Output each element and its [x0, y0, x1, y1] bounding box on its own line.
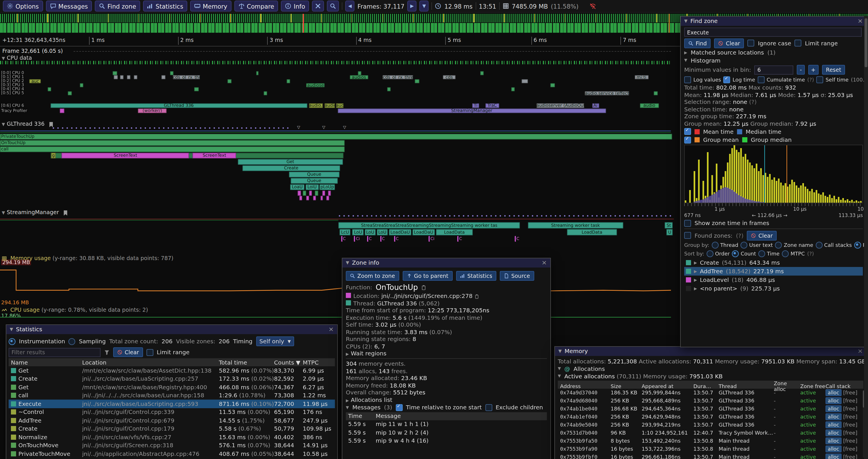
table-row[interactable]: AddTree jni/../jni/src/guif/Control.cpp:… [9, 416, 335, 425]
frame-dropdown-button[interactable]: ▼ [420, 1, 429, 11]
zoom-to-zone-button[interactable]: Zoom to zone [346, 271, 399, 281]
timeline-zone[interactable]: call [0, 146, 345, 152]
source-button[interactable]: Source [500, 271, 534, 281]
bookmark-icon[interactable] [49, 122, 53, 127]
timeline-zone[interactable]: LoadDaU [412, 229, 435, 235]
timeline-zone[interactable] [227, 79, 232, 83]
timeline-zone[interactable] [52, 127, 291, 129]
sampling-radio[interactable] [69, 338, 75, 345]
allocation-address[interactable]: 0x7553b9fbf0 [560, 454, 611, 459]
timeline-zone[interactable] [303, 191, 306, 196]
memory-panel-header[interactable]: ▼ Memory × [555, 347, 866, 356]
allocation-appeared-at[interactable]: 294,645,364ns [642, 405, 693, 412]
table-row[interactable]: OnTouchMove jni/../jni/src/guif/Screen.c… [9, 441, 335, 450]
timeline-zone[interactable]: LoadDaU [389, 229, 412, 235]
found-zones-checkbox[interactable] [684, 232, 691, 239]
timeline-zone[interactable]: StreaStreaStreaStreaStreamingStreamingSt… [339, 222, 520, 229]
timeline-zone[interactable]: Ai [592, 103, 599, 108]
instrumentation-radio[interactable] [9, 338, 16, 345]
timeline-zone[interactable]: pLoUp [319, 184, 335, 190]
timeline-zone[interactable] [0, 219, 674, 219]
memory-button[interactable]: Memory [190, 1, 231, 11]
timeline-zone[interactable]: LoadData [567, 229, 617, 235]
timeline-zone[interactable] [113, 71, 117, 75]
alloc-callstack-button[interactable]: alloc [826, 413, 842, 420]
timeline-zone[interactable]: PrivateTouchUp [0, 134, 672, 139]
timeline-zone[interactable] [328, 191, 331, 196]
message-row[interactable]: 5.59 s mip 9 w 4 h 4 (16) [346, 437, 547, 445]
min-bin-decrease-button[interactable]: - [797, 65, 805, 75]
compare-button[interactable]: Compare [234, 1, 278, 11]
allocations-list-toggle[interactable]: ▶ Allocations list [346, 396, 547, 403]
timeline-zone[interactable] [68, 91, 72, 95]
go-to-parent-button[interactable]: Go to parent [402, 271, 453, 281]
timing-select[interactable]: Self only▼ [256, 336, 294, 346]
timeline-zone[interactable]: U [666, 229, 673, 235]
allocation-row[interactable]: 0x74a9d37040 186.35 KB 295,999,844ns 13:… [558, 388, 863, 396]
cumulate-time-checkbox[interactable] [757, 76, 764, 83]
allocation-address[interactable]: 0x74ab1ef040 [560, 414, 611, 419]
timeline-zone[interactable]: StreamingManager [338, 108, 606, 113]
matched-source-locations-toggle[interactable]: ▶Matched source locations(1) [684, 50, 863, 56]
timeline-zone[interactable] [313, 196, 316, 200]
info-button[interactable]: Info [281, 1, 309, 11]
allocation-address[interactable]: 0x7553b9fa50 [560, 438, 611, 444]
close-icon[interactable]: × [858, 17, 863, 26]
memory-table-header[interactable]: AddressSize Appeared atDura… ThreadZone … [558, 380, 863, 388]
group-by-option[interactable]: Zone name [775, 242, 813, 249]
timeline-zone[interactable]: (worker/) [138, 108, 166, 113]
close-icon[interactable]: × [858, 347, 863, 356]
streaming-manager-header[interactable]: ▼StreamingManager [2, 209, 67, 216]
table-row[interactable]: Create jni/../jni/src/guif/Control.cpp:1… [9, 425, 335, 433]
mean-time-checkbox[interactable] [684, 128, 691, 135]
histogram-toggle[interactable]: ▼Histogram [684, 57, 863, 63]
table-row[interactable]: ~Control jni/../jni/src/guif/Control.cpp… [9, 408, 335, 416]
timeline-zone[interactable]: audios [350, 75, 368, 79]
allocation-address[interactable]: 0x7553b9fa90 [560, 446, 611, 452]
timeline-zone[interactable] [161, 75, 165, 79]
allocation-row[interactable]: 0x7531d7b040 96 KB 1:10 234,952,161 12:4… [558, 429, 863, 437]
allocation-appeared-at[interactable]: 293,994,219ns [642, 422, 693, 427]
clipboard-icon[interactable] [474, 294, 479, 299]
timeline-zone[interactable]: Create [242, 165, 340, 171]
statistics-table-header[interactable]: NameLocation Total timeCounts ▼ MTPC [9, 358, 335, 366]
timeline-zone[interactable]: GLThread 336 [50, 103, 307, 108]
table-row[interactable]: PrivateTouchMove jni/../jni/application/… [9, 450, 335, 458]
timeline-zone[interactable] [0, 130, 671, 131]
allocation-address[interactable]: 0x7531d7b040 [560, 430, 611, 435]
timeline-zone[interactable] [415, 79, 420, 83]
allocation-row[interactable]: 0x7553b9fa90 16 bytes 153,722,396ns 13:5… [558, 445, 863, 453]
clipboard-icon[interactable] [421, 285, 427, 290]
message-row[interactable]: 5.59 s mip 11 w 1 h 1 (1) [346, 420, 547, 428]
tools-button[interactable] [312, 1, 324, 11]
timeline-zone[interactable]: audio. [324, 103, 335, 108]
timeline-zone[interactable] [127, 75, 131, 79]
timeline-zone[interactable]: ScreenText [62, 153, 189, 159]
timeline-zone[interactable]: St [665, 222, 673, 229]
allocation-address[interactable]: 0x74a9d37040 [560, 390, 611, 395]
timeline-zone[interactable]: Queue [289, 172, 339, 177]
thread-value[interactable]: GLThread 336 [377, 300, 417, 306]
timeline-zone[interactable] [256, 71, 258, 75]
find-button[interactable]: Find [684, 38, 711, 48]
statistics-panel-header[interactable]: ▼ Statistics × [6, 325, 337, 334]
min-bin-increase-button[interactable]: + [808, 65, 818, 75]
timeline-zone[interactable] [320, 196, 323, 200]
wait-regions-toggle[interactable]: ▶ Wait regions [346, 350, 547, 357]
allocations-toggle[interactable]: ▼ @ Allocations [558, 365, 863, 372]
timeline-zone[interactable]: OnTouchUp [0, 140, 345, 146]
timeline-zone[interactable]: Ci [354, 236, 365, 242]
timeline-zone[interactable]: cds_ol_rx_threa [383, 75, 413, 79]
sort-by-option[interactable]: MTPC [782, 250, 805, 257]
reset-button[interactable]: Reset [822, 65, 845, 75]
timeline-zone[interactable]: LoadData [436, 229, 473, 235]
limit-range-checkbox[interactable] [795, 40, 802, 46]
clear-groups-button[interactable]: Clear [747, 230, 777, 240]
timeline-zone[interactable] [550, 83, 555, 87]
alloc-callstack-button[interactable]: alloc [826, 405, 842, 412]
timeline-zone[interactable] [194, 87, 199, 91]
timeline-zone[interactable] [339, 215, 674, 217]
timeline-zone[interactable] [315, 191, 318, 196]
timeline-zone[interactable]: cds [443, 75, 456, 79]
allocation-appeared-at[interactable]: 153,492,240ns [642, 438, 693, 444]
